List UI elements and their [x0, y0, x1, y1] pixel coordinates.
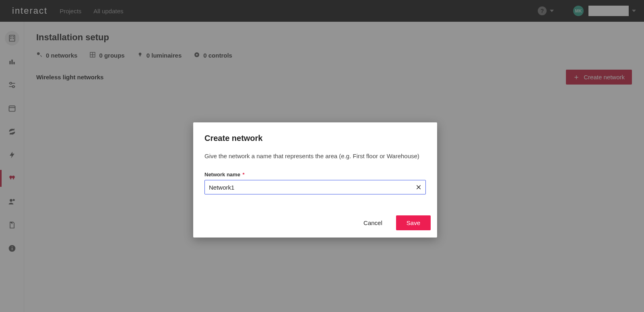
modal-title: Create network: [204, 134, 426, 143]
close-icon: [415, 184, 422, 190]
required-indicator: *: [243, 171, 245, 178]
network-name-field-row: [204, 180, 426, 194]
modal-body: Create network Give the network a name t…: [193, 122, 437, 211]
field-label-text: Network name: [204, 171, 240, 178]
modal-footer: Cancel Save: [193, 211, 437, 238]
modal-description: Give the network a name that represents …: [204, 152, 426, 160]
save-button[interactable]: Save: [396, 215, 431, 230]
network-name-label: Network name *: [204, 171, 426, 178]
clear-input-button[interactable]: [415, 183, 423, 191]
create-network-modal: Create network Give the network a name t…: [193, 122, 437, 238]
network-name-input[interactable]: [204, 180, 426, 194]
cancel-button[interactable]: Cancel: [361, 215, 385, 230]
